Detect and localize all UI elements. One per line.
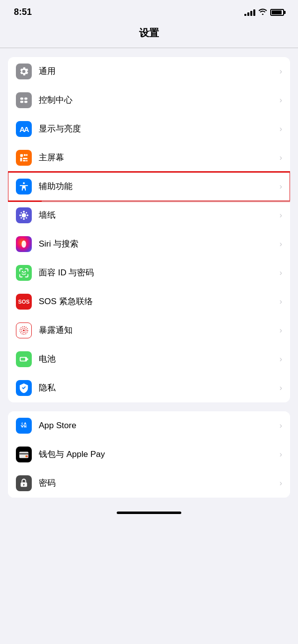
chevron-icon: ›	[280, 96, 282, 105]
battery-label: 电池	[39, 354, 276, 365]
svg-rect-0	[20, 98, 23, 100]
svg-point-17	[20, 212, 22, 213]
wifi-icon	[258, 8, 267, 16]
control-label: 控制中心	[39, 95, 276, 106]
chevron-icon: ›	[280, 240, 282, 249]
signal-icon	[244, 9, 255, 16]
exposure-icon	[16, 322, 32, 338]
grid-icon	[16, 150, 32, 166]
display-label: 显示与亮度	[39, 124, 276, 134]
svg-rect-8	[23, 158, 27, 159]
chevron-icon: ›	[280, 355, 282, 364]
wallet-icon	[16, 447, 32, 462]
wallpaper-icon	[16, 207, 32, 223]
svg-point-33	[26, 455, 28, 457]
chevron-icon: ›	[280, 326, 282, 335]
chevron-icon: ›	[280, 153, 282, 162]
chevron-icon: ›	[280, 67, 282, 76]
chevron-icon: ›	[280, 297, 282, 306]
svg-point-15	[19, 214, 21, 216]
chevron-icon: ›	[280, 450, 282, 459]
display-icon: AA	[16, 121, 32, 137]
svg-rect-9	[23, 160, 26, 162]
battery-icon	[16, 351, 32, 367]
svg-point-18	[26, 212, 27, 213]
svg-rect-2	[20, 101, 23, 103]
status-time: 8:51	[14, 7, 32, 17]
settings-group-1: 通用 › 控制中心 › AA 显示与亮度 ›	[8, 57, 290, 402]
passwords-label: 密码	[39, 478, 276, 489]
chevron-icon: ›	[280, 125, 282, 133]
sos-icon: SOS	[16, 294, 32, 310]
toggle-icon	[16, 92, 32, 108]
sidebar-item-display[interactable]: AA 显示与亮度 ›	[8, 115, 290, 143]
sidebar-item-accessibility[interactable]: 辅助功能 ›	[8, 172, 290, 201]
faceid-label: 面容 ID 与密码	[39, 267, 276, 278]
svg-point-13	[23, 211, 25, 213]
svg-rect-5	[24, 154, 26, 156]
svg-rect-31	[19, 453, 28, 454]
svg-point-23	[24, 271, 26, 272]
homescreen-label: 主屏幕	[39, 152, 276, 163]
svg-rect-3	[24, 101, 27, 103]
exposure-label: 暴露通知	[39, 325, 276, 336]
page-title: 设置	[0, 21, 298, 48]
sidebar-item-control[interactable]: 控制中心 ›	[8, 86, 290, 115]
svg-rect-7	[20, 158, 22, 161]
svg-point-19	[20, 217, 22, 219]
sidebar-item-sos[interactable]: SOS SOS 紧急联络 ›	[8, 287, 290, 316]
home-indicator	[0, 507, 298, 517]
svg-rect-10	[26, 160, 28, 162]
sos-label: SOS 紧急联络	[39, 296, 276, 307]
sidebar-item-wallet[interactable]: 钱包与 Apple Pay ›	[8, 440, 290, 469]
sidebar-item-general[interactable]: 通用 ›	[8, 57, 290, 86]
siri-label: Siri 与搜索	[39, 239, 276, 250]
svg-point-11	[23, 182, 25, 184]
sidebar-item-homescreen[interactable]: 主屏幕 ›	[8, 143, 290, 172]
sidebar-item-privacy[interactable]: 隐私 ›	[8, 374, 290, 402]
chevron-icon: ›	[280, 182, 282, 191]
appstore-icon	[16, 418, 32, 434]
svg-point-24	[23, 329, 25, 331]
sidebar-item-passwords[interactable]: 密码 ›	[8, 469, 290, 498]
chevron-icon: ›	[280, 479, 282, 488]
chevron-icon: ›	[280, 384, 282, 392]
svg-rect-6	[26, 154, 28, 156]
sidebar-item-exposure[interactable]: 暴露通知 ›	[8, 316, 290, 345]
gear-icon	[16, 64, 32, 79]
svg-rect-1	[24, 98, 27, 100]
accessibility-icon	[16, 179, 32, 194]
svg-rect-28	[21, 358, 25, 361]
siri-icon	[16, 236, 32, 252]
chevron-icon: ›	[280, 421, 282, 430]
status-icons	[244, 8, 284, 16]
wallet-label: 钱包与 Apple Pay	[39, 449, 276, 460]
status-bar: 8:51	[0, 0, 298, 21]
privacy-label: 隐私	[39, 383, 276, 393]
svg-point-16	[27, 214, 29, 216]
sidebar-item-battery[interactable]: 电池 ›	[8, 345, 290, 374]
svg-rect-36	[23, 485, 24, 486]
sidebar-item-appstore[interactable]: App Store ›	[8, 411, 290, 440]
passwords-icon	[16, 475, 32, 491]
svg-point-21	[21, 241, 26, 248]
settings-group-2: App Store › 钱包与 Apple Pay › 密码 ›	[8, 411, 290, 498]
svg-point-14	[23, 218, 25, 220]
svg-rect-4	[20, 154, 23, 157]
sidebar-item-siri[interactable]: Siri 与搜索 ›	[8, 230, 290, 258]
wallpaper-label: 墙纸	[39, 210, 276, 221]
svg-rect-29	[27, 358, 28, 360]
sidebar-item-faceid[interactable]: 面容 ID 与密码 ›	[8, 258, 290, 287]
svg-point-12	[21, 213, 26, 217]
chevron-icon: ›	[280, 211, 282, 220]
battery-icon	[270, 9, 284, 16]
privacy-icon	[16, 380, 32, 396]
appstore-label: App Store	[39, 420, 276, 431]
faceid-icon	[16, 265, 32, 281]
chevron-icon: ›	[280, 268, 282, 277]
accessibility-label: 辅助功能	[39, 181, 276, 192]
general-label: 通用	[39, 66, 276, 77]
svg-point-22	[22, 271, 23, 272]
svg-point-20	[26, 217, 27, 219]
sidebar-item-wallpaper[interactable]: 墙纸 ›	[8, 201, 290, 230]
